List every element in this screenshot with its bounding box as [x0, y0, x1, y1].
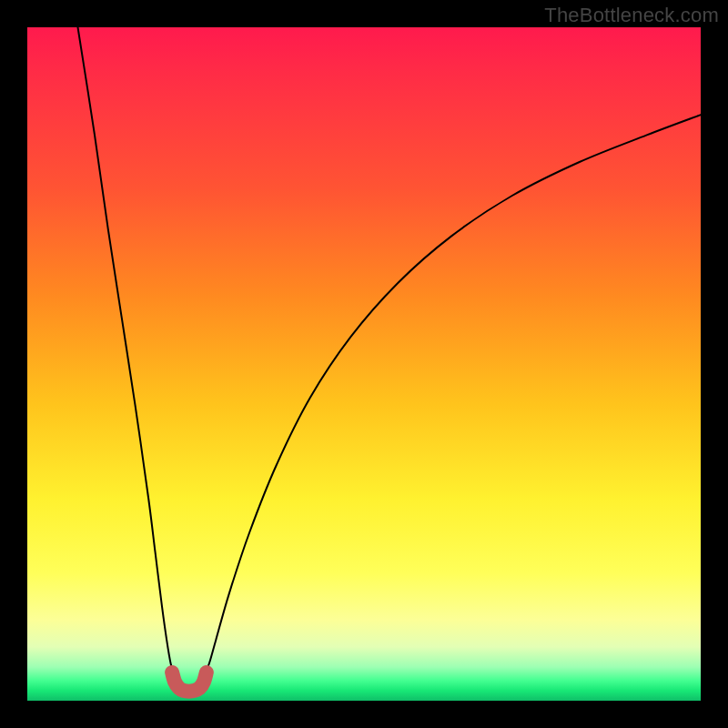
curve-layer: [27, 27, 701, 701]
bottleneck-curve-right: [204, 115, 701, 677]
chart-frame: TheBottleneck.com: [0, 0, 728, 728]
watermark-text: TheBottleneck.com: [544, 4, 719, 27]
bottleneck-curve-left: [78, 27, 176, 677]
plot-area: [27, 27, 701, 701]
valley-marker: [172, 672, 207, 692]
